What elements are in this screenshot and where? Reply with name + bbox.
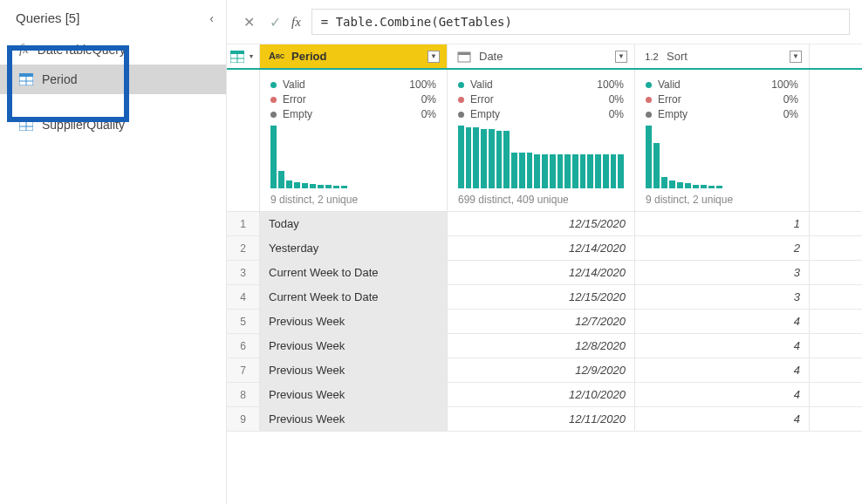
queries-sidebar: Queries [5] ‹ fx DateTableQuery Period S… [0,0,227,504]
column-header-date[interactable]: Date ▼ [448,44,635,68]
queries-header: Queries [5] ‹ [0,3,226,34]
row-number: 8 [227,383,260,406]
sparkline-sort [646,126,798,188]
column-headers: ▼ ABC Period ▼ Date ▼ 1.2 Sort [227,44,862,70]
formula-bar: ✕ ✓ fx [227,0,862,44]
quality-period: Valid100% Error0% Empty0% 9 distinct, 2 … [260,70,448,211]
data-rows: 1Today12/15/202012Yesterday12/14/202023C… [227,212,862,432]
row-number: 9 [227,407,260,431]
column-header-sort[interactable]: 1.2 Sort ▼ [635,44,810,68]
cell-sort[interactable]: 1 [635,212,810,235]
cell-period[interactable]: Current Week to Date [260,261,448,284]
cell-sort[interactable]: 4 [635,334,810,358]
row-number: 3 [227,261,260,284]
fx-icon: fx [19,42,29,57]
chevron-down-icon[interactable]: ▼ [428,51,440,63]
empty-dot-icon [646,112,652,118]
row-number: 7 [227,358,260,382]
type-decimal-icon: 1.2 [642,51,661,62]
cell-date[interactable]: 12/8/2020 [448,334,635,358]
cell-date[interactable]: 12/15/2020 [448,285,635,309]
column-header-period[interactable]: ABC Period ▼ [260,44,448,68]
table-row[interactable]: 6Previous Week12/8/20204 [227,334,862,358]
cell-period[interactable]: Yesterday [260,236,448,260]
error-dot-icon [458,97,464,103]
cell-period[interactable]: Today [260,212,448,235]
distinct-sort: 9 distinct, 2 unique [646,194,798,206]
row-number: 1 [227,212,260,235]
cell-sort[interactable]: 2 [635,236,810,260]
type-text-icon: ABC [267,53,286,58]
cell-date[interactable]: 12/15/2020 [448,212,635,235]
row-number: 6 [227,334,260,358]
cell-date[interactable]: 12/14/2020 [448,236,635,260]
table-row[interactable]: 3Current Week to Date12/14/20203 [227,261,862,285]
query-item-datetablequery[interactable]: fx DateTableQuery [0,34,226,65]
cell-period[interactable]: Current Week to Date [260,285,448,309]
column-label: Sort [667,50,688,63]
cell-period[interactable]: Previous Week [260,358,448,382]
error-dot-icon [646,97,652,103]
commit-formula-icon[interactable]: ✓ [265,14,284,31]
table-corner[interactable]: ▼ [227,44,260,68]
empty-dot-icon [458,112,464,118]
cell-sort[interactable]: 4 [635,310,810,333]
query-item-supplierquality[interactable]: SupplierQuality [0,110,226,140]
column-quality-row: Valid100% Error0% Empty0% 9 distinct, 2 … [227,70,862,212]
fx-icon: fx [291,15,301,30]
sparkline-period [270,126,436,188]
cell-period[interactable]: Previous Week [260,407,448,431]
distinct-date: 699 distinct, 409 unique [458,194,624,206]
empty-dot-icon [270,112,277,118]
chevron-down-icon[interactable]: ▼ [615,51,627,63]
query-label: Period [42,72,77,86]
query-item-period[interactable]: Period [0,65,226,94]
table-row[interactable]: 7Previous Week12/9/20204 [227,358,862,383]
valid-dot-icon [270,82,277,88]
type-date-icon [455,51,474,63]
row-number: 2 [227,236,260,260]
cell-sort[interactable]: 4 [635,358,810,382]
queries-title: Queries [5] [16,10,79,25]
cancel-formula-icon[interactable]: ✕ [239,14,258,31]
table-icon [19,119,33,131]
valid-dot-icon [458,82,464,88]
cell-period[interactable]: Previous Week [260,310,448,333]
table-row[interactable]: 1Today12/15/20201 [227,212,862,236]
table-row[interactable]: 4Current Week to Date12/15/20203 [227,285,862,310]
cell-sort[interactable]: 3 [635,285,810,309]
chevron-down-icon[interactable]: ▼ [247,52,256,61]
row-number: 5 [227,310,260,333]
table-row[interactable]: 9Previous Week12/11/20204 [227,407,862,432]
table-row[interactable]: 5Previous Week12/7/20204 [227,310,862,334]
cell-date[interactable]: 12/14/2020 [448,261,635,284]
chevron-down-icon[interactable]: ▼ [790,51,802,63]
quality-sort: Valid100% Error0% Empty0% 9 distinct, 2 … [635,70,810,211]
svg-rect-13 [458,52,470,55]
cell-sort[interactable]: 4 [635,383,810,406]
row-number: 4 [227,285,260,309]
table-row[interactable]: 2Yesterday12/14/20202 [227,236,862,261]
cell-date[interactable]: 12/7/2020 [448,310,635,333]
cell-date[interactable]: 12/9/2020 [448,358,635,382]
sparkline-date [458,126,624,188]
cell-period[interactable]: Previous Week [260,334,448,358]
cell-sort[interactable]: 3 [635,261,810,284]
column-label: Date [479,50,503,63]
distinct-period: 9 distinct, 2 unique [270,194,436,206]
error-dot-icon [270,97,277,103]
table-row[interactable]: 8Previous Week12/10/20204 [227,383,862,407]
cell-period[interactable]: Previous Week [260,383,448,406]
cell-date[interactable]: 12/11/2020 [448,407,635,431]
collapse-sidebar-icon[interactable]: ‹ [209,11,214,25]
cell-sort[interactable]: 4 [635,407,810,431]
query-label: SupplierQuality [42,118,125,132]
main-panel: ✕ ✓ fx ▼ ABC Period ▼ [227,0,862,504]
table-icon [19,73,33,85]
column-label: Period [291,50,326,63]
data-grid: ▼ ABC Period ▼ Date ▼ 1.2 Sort [227,44,862,504]
query-label: DateTableQuery [38,43,126,57]
formula-input[interactable] [311,9,850,35]
cell-date[interactable]: 12/10/2020 [448,383,635,406]
table-icon [230,51,244,63]
